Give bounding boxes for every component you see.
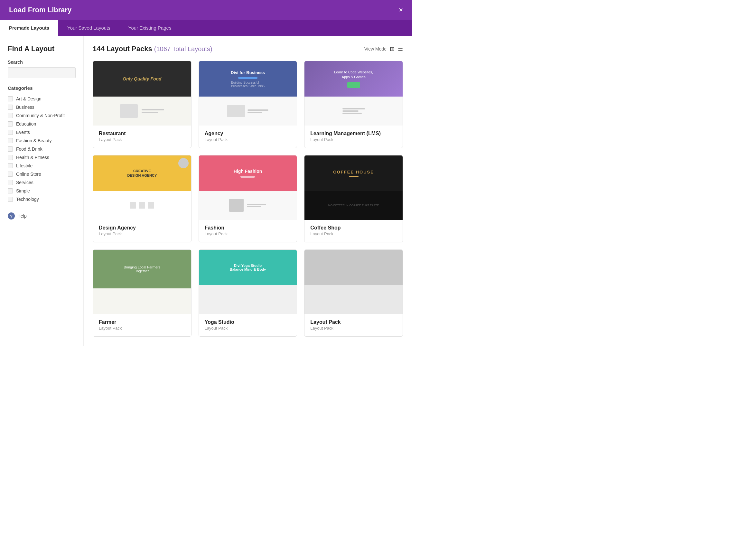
grid-view-icon[interactable]: ⊞ [390, 45, 395, 52]
category-checkbox-business[interactable] [8, 105, 13, 110]
category-checkbox-fashion[interactable] [8, 138, 13, 143]
layout-grid: Only Quality Food Restaurant Layout Pack… [93, 61, 403, 337]
view-mode-container: View Mode ⊞ ☰ [364, 45, 403, 52]
category-checkbox-events[interactable] [8, 130, 13, 135]
category-label-fashion: Fashion & Beauty [16, 138, 52, 143]
category-item-food[interactable]: Food & Drink [8, 145, 76, 153]
category-item-fashion[interactable]: Fashion & Beauty [8, 136, 76, 145]
card-info-coffee-shop: Coffee Shop Layout Pack [304, 220, 403, 242]
close-button[interactable]: × [399, 6, 403, 14]
category-checkbox-education[interactable] [8, 121, 13, 126]
card-type-yoga: Layout Pack [205, 326, 291, 331]
count-label: 144 Layout Packs [93, 45, 152, 53]
search-input[interactable] [8, 67, 76, 78]
category-label-online-store: Online Store [16, 172, 41, 177]
layout-card-lms[interactable]: Learn to Code Websites,Apps & Games Lear… [304, 61, 403, 148]
card-type-coffee-shop: Layout Pack [310, 231, 397, 236]
help-section[interactable]: ? Help [8, 212, 76, 220]
card-type-restaurant: Layout Pack [99, 137, 185, 142]
category-checkbox-technology[interactable] [8, 197, 13, 202]
list-view-icon[interactable]: ☰ [398, 45, 403, 52]
category-checkbox-community[interactable] [8, 113, 13, 118]
card-type-lms: Layout Pack [310, 137, 397, 142]
card-type-design-agency: Layout Pack [99, 231, 185, 236]
category-item-health[interactable]: Health & Fitness [8, 153, 76, 162]
layout-card-farmer[interactable]: Bringing Local FarmersTogether Farmer La… [93, 249, 191, 337]
category-checkbox-services[interactable] [8, 180, 13, 185]
content-header: 144 Layout Packs (1067 Total Layouts) Vi… [93, 45, 403, 53]
tab-existing[interactable]: Your Existing Pages [119, 20, 181, 36]
help-label: Help [17, 213, 27, 219]
category-item-technology[interactable]: Technology [8, 195, 76, 203]
category-item-art[interactable]: Art & Design [8, 95, 76, 103]
card-info-yoga: Yoga Studio Layout Pack [199, 314, 297, 336]
card-type-agency: Layout Pack [205, 137, 291, 142]
category-checkbox-food[interactable] [8, 146, 13, 152]
layout-card-plain[interactable]: Layout Pack Layout Pack [304, 249, 403, 337]
category-item-business[interactable]: Business [8, 103, 76, 111]
categories-list: Art & Design Business Community & Non-Pr… [8, 95, 76, 203]
search-label: Search [8, 60, 76, 65]
category-label-technology: Technology [16, 197, 39, 202]
category-label-lifestyle: Lifestyle [16, 163, 33, 168]
card-name-coffee-shop: Coffee Shop [310, 225, 397, 231]
modal-header: Load From Library × [0, 0, 412, 20]
card-type-farmer: Layout Pack [99, 326, 185, 331]
tabs-bar: Premade Layouts Your Saved Layouts Your … [0, 20, 412, 36]
card-info-restaurant: Restaurant Layout Pack [93, 126, 191, 148]
category-checkbox-simple[interactable] [8, 188, 13, 193]
category-label-events: Events [16, 130, 30, 135]
category-item-simple[interactable]: Simple [8, 187, 76, 195]
category-label-education: Education [16, 121, 36, 126]
category-item-education[interactable]: Education [8, 120, 76, 128]
layout-card-agency[interactable]: Divi for Business Building SuccessfulBus… [199, 61, 297, 148]
category-checkbox-lifestyle[interactable] [8, 163, 13, 168]
category-item-community[interactable]: Community & Non-Profit [8, 111, 76, 120]
card-name-yoga: Yoga Studio [205, 319, 291, 325]
card-name-agency: Agency [205, 131, 291, 136]
category-label-health: Health & Fitness [16, 155, 49, 160]
category-label-business: Business [16, 105, 34, 110]
sidebar-title: Find A Layout [8, 45, 76, 53]
card-info-fashion: Fashion Layout Pack [199, 220, 297, 242]
tab-premade[interactable]: Premade Layouts [0, 20, 58, 36]
category-item-services[interactable]: Services [8, 178, 76, 187]
category-checkbox-art[interactable] [8, 96, 13, 101]
layout-count: 144 Layout Packs (1067 Total Layouts) [93, 45, 212, 53]
content-area: 144 Layout Packs (1067 Total Layouts) Vi… [84, 36, 412, 346]
category-checkbox-online-store[interactable] [8, 172, 13, 177]
help-icon: ? [8, 212, 15, 220]
category-item-lifestyle[interactable]: Lifestyle [8, 162, 76, 170]
category-label-community: Community & Non-Profit [16, 113, 65, 118]
card-name-fashion: Fashion [205, 225, 291, 231]
tab-saved[interactable]: Your Saved Layouts [58, 20, 119, 36]
layout-card-design-agency[interactable]: CREATIVEDESIGN AGENCY Design Agency Layo… [93, 155, 191, 242]
card-name-plain: Layout Pack [310, 319, 397, 325]
layout-card-yoga[interactable]: Divi Yoga StudioBalance Mind & Body Yoga… [199, 249, 297, 337]
category-label-services: Services [16, 180, 33, 185]
layout-card-coffee-shop[interactable]: COFFEE HOUSE NO BETTER IN COFFEE THAT TA… [304, 155, 403, 242]
card-name-lms: Learning Management (LMS) [310, 131, 397, 136]
categories-title: Categories [8, 85, 76, 91]
layout-card-fashion[interactable]: High Fashion Fashion Layout Pack [199, 155, 297, 242]
view-mode-label: View Mode [364, 46, 387, 51]
category-label-food: Food & Drink [16, 146, 42, 152]
category-label-art: Art & Design [16, 96, 42, 101]
layout-card-restaurant[interactable]: Only Quality Food Restaurant Layout Pack [93, 61, 191, 148]
sidebar: Find A Layout Search Categories Art & De… [0, 36, 84, 346]
card-info-farmer: Farmer Layout Pack [93, 314, 191, 336]
total-label: (1067 Total Layouts) [154, 45, 212, 52]
card-type-plain: Layout Pack [310, 326, 397, 331]
card-name-design-agency: Design Agency [99, 225, 185, 231]
card-info-agency: Agency Layout Pack [199, 126, 297, 148]
card-name-farmer: Farmer [99, 319, 185, 325]
main-content: Find A Layout Search Categories Art & De… [0, 36, 412, 346]
category-checkbox-health[interactable] [8, 155, 13, 160]
card-info-lms: Learning Management (LMS) Layout Pack [304, 126, 403, 148]
category-label-simple: Simple [16, 188, 30, 193]
modal-title: Load From Library [9, 6, 71, 14]
layout-count-container: 144 Layout Packs (1067 Total Layouts) [93, 45, 212, 53]
category-item-events[interactable]: Events [8, 128, 76, 136]
card-info-design-agency: Design Agency Layout Pack [93, 220, 191, 242]
category-item-online-store[interactable]: Online Store [8, 170, 76, 178]
